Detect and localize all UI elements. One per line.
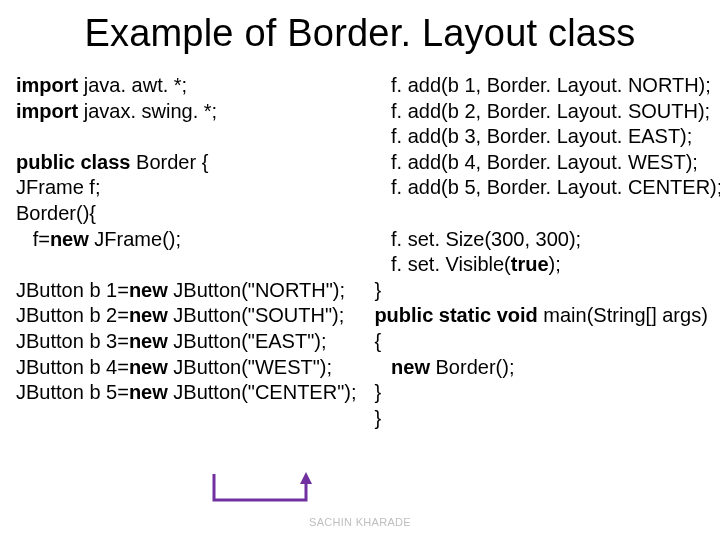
code-token: JButton b 2= xyxy=(16,304,129,326)
code-token: main(String[] args) xyxy=(543,304,708,326)
code-token: new xyxy=(129,279,168,301)
code-token: Border(){ xyxy=(16,202,96,224)
code-line: f. add(b 3, Border. Layout. EAST); xyxy=(374,124,712,150)
code-token: f. add(b 2, Border. Layout. SOUTH); xyxy=(374,100,710,122)
code-token xyxy=(374,356,391,378)
code-line: } xyxy=(374,278,712,304)
code-token: Border { xyxy=(136,151,208,173)
code-line: public static void main(String[] args) xyxy=(374,303,712,329)
code-line: JButton b 3=new JButton("EAST"); xyxy=(16,329,374,355)
code-line: new Border(); xyxy=(374,355,712,381)
code-token: f. add(b 1, Border. Layout. NORTH); xyxy=(374,74,710,96)
code-token: true xyxy=(511,253,549,275)
code-line: f. add(b 4, Border. Layout. WEST); xyxy=(374,150,712,176)
code-token: Border(); xyxy=(430,356,514,378)
code-line: f=new JFrame(); xyxy=(16,227,374,253)
code-line xyxy=(16,252,374,278)
code-token: new xyxy=(129,356,168,378)
code-token: java. awt. *; xyxy=(78,74,187,96)
code-token: JButton("WEST"); xyxy=(168,356,332,378)
code-token: javax. swing. *; xyxy=(78,100,217,122)
code-token: f= xyxy=(16,228,50,250)
code-token: f. set. Visible( xyxy=(374,253,510,275)
code-line: f. set. Visible(true); xyxy=(374,252,712,278)
code-line: JFrame f; xyxy=(16,175,374,201)
code-line: JButton b 5=new JButton("CENTER"); xyxy=(16,380,374,406)
code-token: } xyxy=(374,279,381,301)
slide-footer: SACHIN KHARADE xyxy=(0,516,720,528)
code-token: JButton("NORTH"); xyxy=(168,279,345,301)
code-token: JFrame f; xyxy=(16,176,100,198)
code-token: import xyxy=(16,74,78,96)
code-line: f. add(b 2, Border. Layout. SOUTH); xyxy=(374,99,712,125)
code-token: JButton b 4= xyxy=(16,356,129,378)
code-token: { xyxy=(374,330,381,352)
code-token: JFrame(); xyxy=(89,228,181,250)
code-token: JButton b 5= xyxy=(16,381,129,403)
code-token: new xyxy=(50,228,89,250)
code-token: JButton("SOUTH"); xyxy=(168,304,344,326)
code-token: f. add(b 5, Border. Layout. CENTER); xyxy=(374,176,720,198)
code-token: } xyxy=(374,407,381,429)
code-token: f. set. Size(300, 300); xyxy=(374,228,581,250)
code-token: JButton b 1= xyxy=(16,279,129,301)
code-line: public class Border { xyxy=(16,150,374,176)
code-line: f. set. Size(300, 300); xyxy=(374,227,712,253)
code-right-column: f. add(b 1, Border. Layout. NORTH); f. a… xyxy=(374,73,712,431)
code-token: new xyxy=(129,330,168,352)
code-columns: import java. awt. *;import javax. swing.… xyxy=(0,73,720,431)
code-token: f. add(b 4, Border. Layout. WEST); xyxy=(374,151,697,173)
code-line: { xyxy=(374,329,712,355)
code-token: new xyxy=(391,356,430,378)
code-line xyxy=(16,124,374,150)
code-left-column: import java. awt. *;import javax. swing.… xyxy=(16,73,374,406)
code-line xyxy=(374,201,712,227)
code-line: JButton b 4=new JButton("WEST"); xyxy=(16,355,374,381)
code-line: f. add(b 1, Border. Layout. NORTH); xyxy=(374,73,712,99)
code-token: new xyxy=(129,304,168,326)
code-token: JButton("EAST"); xyxy=(168,330,327,352)
code-line: import java. awt. *; xyxy=(16,73,374,99)
code-line: } xyxy=(374,406,712,432)
code-line: f. add(b 5, Border. Layout. CENTER); xyxy=(374,175,712,201)
callout-arrow xyxy=(206,470,322,512)
code-token: public static void xyxy=(374,304,543,326)
code-token: new xyxy=(129,381,168,403)
slide-title: Example of Border. Layout class xyxy=(0,0,720,73)
code-token: import xyxy=(16,100,78,122)
code-token: JButton("CENTER"); xyxy=(168,381,357,403)
code-token: } xyxy=(374,381,381,403)
code-line: import javax. swing. *; xyxy=(16,99,374,125)
code-token: ); xyxy=(549,253,561,275)
code-line: } xyxy=(374,380,712,406)
code-token: public class xyxy=(16,151,136,173)
code-token: JButton b 3= xyxy=(16,330,129,352)
code-line: JButton b 1=new JButton("NORTH"); xyxy=(16,278,374,304)
code-line: Border(){ xyxy=(16,201,374,227)
code-token: f. add(b 3, Border. Layout. EAST); xyxy=(374,125,692,147)
code-line: JButton b 2=new JButton("SOUTH"); xyxy=(16,303,374,329)
